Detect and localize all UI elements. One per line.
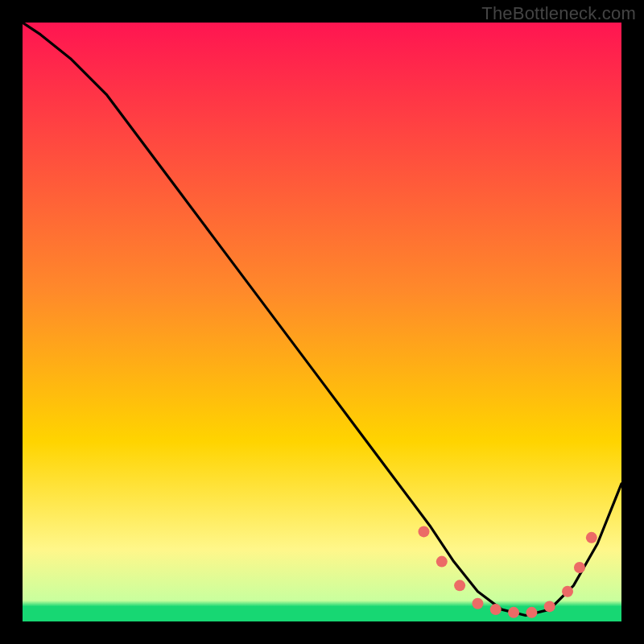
curve-marker: [574, 562, 585, 573]
chart-frame: TheBottleneck.com: [0, 0, 644, 644]
curve-marker: [472, 598, 483, 609]
curve-marker: [586, 532, 597, 543]
curve-marker: [418, 526, 429, 537]
plot-area: [23, 23, 621, 621]
gradient-background: [23, 23, 621, 621]
curve-marker: [490, 604, 502, 615]
curve-marker: [436, 556, 448, 568]
curve-marker: [454, 580, 465, 591]
curve-marker: [508, 607, 519, 618]
curve-marker: [526, 607, 537, 618]
chart-svg: [23, 23, 621, 621]
curve-marker: [544, 601, 555, 612]
curve-marker: [562, 586, 573, 597]
watermark-text: TheBottleneck.com: [481, 3, 636, 24]
